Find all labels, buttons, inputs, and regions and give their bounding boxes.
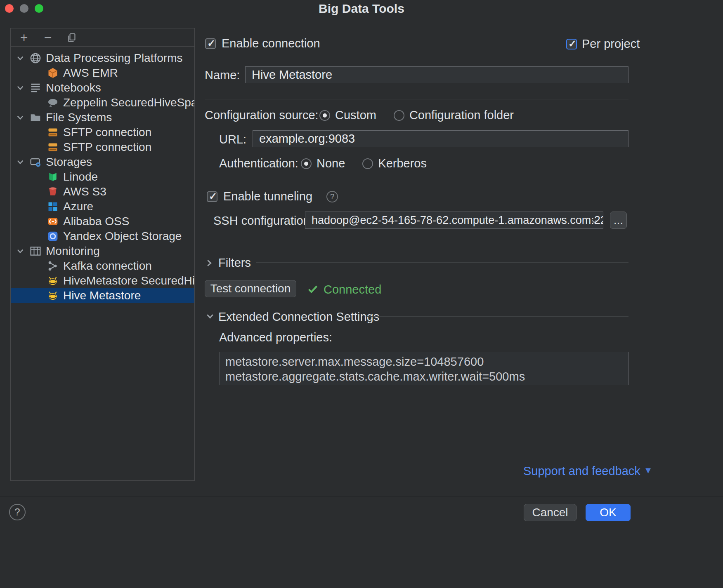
chevron-down-icon[interactable]	[205, 311, 215, 323]
tree-item-file-systems[interactable]: File Systems	[11, 110, 194, 125]
tree-item-hivemetastore-securedhivespa[interactable]: HiveMetastore SecuredHiveSpa	[11, 273, 194, 288]
advanced-property-line: metastore.aggregate.stats.cache.max.writ…	[225, 369, 623, 384]
chevron-down-icon[interactable]	[16, 54, 30, 63]
support-feedback-row: Support and feedback ▼	[523, 464, 653, 478]
support-feedback-link[interactable]: Support and feedback	[523, 464, 640, 478]
tree-item-label: Hive Metastore	[63, 289, 141, 302]
ssh-configuration-select[interactable]: hadoop@ec2-54-165-78-62.compute-1.amazon…	[305, 212, 603, 229]
tree-item-label: Notebooks	[46, 81, 101, 94]
custom-radio[interactable]	[319, 110, 330, 121]
connection-status-row: Connected	[307, 283, 381, 296]
ssh-more-label: ...	[614, 214, 623, 227]
url-value: example.org:9083	[259, 132, 355, 146]
copy-connection-button[interactable]	[65, 33, 78, 42]
tree-item-data-processing-platforms[interactable]: Data Processing Platforms	[11, 51, 194, 66]
chevron-down-icon[interactable]	[16, 113, 30, 122]
auth-none-radio[interactable]	[301, 158, 312, 169]
add-connection-button[interactable]: +	[17, 31, 31, 44]
enable-tunneling-label: Enable tunneling	[223, 190, 312, 203]
enable-connection-label: Enable connection	[222, 37, 320, 50]
folder-icon	[30, 112, 41, 123]
tree-item-azure[interactable]: Azure	[11, 199, 194, 214]
chevron-down-icon[interactable]	[16, 158, 30, 167]
tree-item-linode[interactable]: Linode	[11, 169, 194, 184]
tree-item-alibaba-oss[interactable]: Alibaba OSS	[11, 214, 194, 229]
url-label-row: URL:	[219, 133, 246, 146]
tree-item-notebooks[interactable]: Notebooks	[11, 80, 194, 95]
chevron-down-icon[interactable]	[16, 247, 30, 256]
name-label: Name:	[205, 68, 240, 82]
ok-button-label: OK	[600, 506, 616, 519]
tree-item-label: SFTP connection	[63, 141, 151, 154]
connections-sidebar: + − Data Processing PlatformsAWS EMRNote…	[10, 28, 195, 481]
tree-item-label: AWS S3	[63, 185, 106, 198]
title-bar: Big Data Tools	[0, 0, 723, 18]
enable-tunneling-checkbox[interactable]	[207, 191, 217, 202]
name-value: Hive Metastore	[252, 68, 332, 82]
connection-status: Connected	[324, 283, 381, 296]
filters-section-header[interactable]: Filters	[205, 256, 251, 270]
remove-connection-button[interactable]: −	[41, 31, 54, 44]
chevron-down-icon[interactable]	[16, 83, 30, 92]
configuration-source-row: Configuration source: Custom Configurati…	[205, 108, 514, 122]
extended-settings-label: Extended Connection Settings	[218, 310, 379, 324]
tree-item-sftp-connection[interactable]: SFTP connection	[11, 125, 194, 140]
hive-icon	[47, 290, 59, 301]
tree-item-monitoring[interactable]: Monitoring	[11, 244, 194, 259]
tree-item-aws-s3[interactable]: AWS S3	[11, 184, 194, 199]
footer-divider	[0, 496, 723, 497]
advanced-properties-input[interactable]: metastore.server.max.message.size=104857…	[220, 352, 628, 385]
tree-item-label: File Systems	[46, 111, 112, 124]
filters-divider	[256, 262, 628, 263]
tree-item-label: Kafka connection	[63, 259, 152, 273]
help-button[interactable]: ?	[9, 504, 26, 520]
check-icon	[307, 283, 319, 296]
monitoring-icon	[30, 245, 41, 257]
per-project-checkbox[interactable]	[566, 39, 577, 49]
custom-radio-label: Custom	[335, 108, 376, 122]
tree-item-label: AWS EMR	[63, 66, 118, 80]
enable-connection-row: Enable connection	[205, 37, 320, 50]
name-input[interactable]: Hive Metastore	[245, 66, 628, 83]
tree-item-label: HiveMetastore SecuredHiveSpa	[63, 274, 194, 287]
ssh-configuration-more-button[interactable]: ...	[610, 212, 627, 229]
ssh-configuration-value: hadoop@ec2-54-165-78-62.compute-1.amazon…	[312, 214, 603, 227]
tree-item-label: Storages	[46, 155, 92, 169]
tree-item-storages[interactable]: Storages	[11, 155, 194, 169]
advanced-property-line: metastore.server.max.message.size=104857…	[225, 354, 623, 369]
enable-tunneling-row: Enable tunneling ?	[207, 190, 338, 203]
kafka-icon	[47, 260, 59, 272]
test-connection-button[interactable]: Test connection	[205, 280, 296, 297]
configuration-folder-radio[interactable]	[394, 110, 404, 121]
tree-item-hive-metastore[interactable]: Hive Metastore	[11, 288, 194, 303]
configuration-source-label: Configuration source:	[205, 108, 319, 122]
tree-item-zeppelin-securedhivesparkzep[interactable]: Zeppelin SecuredHiveSparkZep	[11, 95, 194, 110]
window-title: Big Data Tools	[0, 2, 723, 16]
zeppelin-icon	[47, 97, 59, 108]
chevron-right-icon[interactable]	[204, 258, 216, 268]
advanced-properties-label-row: Advanced properties:	[219, 331, 332, 344]
name-label-row: Name:	[205, 68, 240, 82]
enable-connection-checkbox[interactable]	[205, 38, 216, 49]
tree-item-yandex-object-storage[interactable]: Yandex Object Storage	[11, 229, 194, 244]
hive-icon	[47, 275, 59, 287]
tunneling-help-icon[interactable]: ?	[326, 191, 338, 202]
per-project-row: Per project	[566, 37, 640, 51]
tree-item-sftp-connection[interactable]: SFTP connection	[11, 140, 194, 155]
tree-item-aws-emr[interactable]: AWS EMR	[11, 66, 194, 80]
help-button-label: ?	[14, 506, 20, 518]
tree-item-kafka-connection[interactable]: Kafka connection	[11, 259, 194, 273]
cancel-button-label: Cancel	[532, 506, 568, 519]
ok-button[interactable]: OK	[586, 504, 631, 521]
cancel-button[interactable]: Cancel	[524, 504, 577, 521]
auth-kerberos-radio[interactable]	[362, 158, 373, 169]
s3-icon	[47, 186, 59, 198]
extended-settings-section-header[interactable]: Extended Connection Settings	[205, 310, 379, 324]
auth-kerberos-radio-label: Kerberos	[378, 157, 427, 170]
url-input[interactable]: example.org:9083	[253, 130, 628, 147]
tree-item-label: Linode	[63, 170, 98, 183]
notebooks-icon	[30, 82, 41, 94]
aws-emr-icon	[47, 67, 59, 79]
storages-icon	[30, 156, 41, 168]
linode-icon	[47, 171, 59, 183]
